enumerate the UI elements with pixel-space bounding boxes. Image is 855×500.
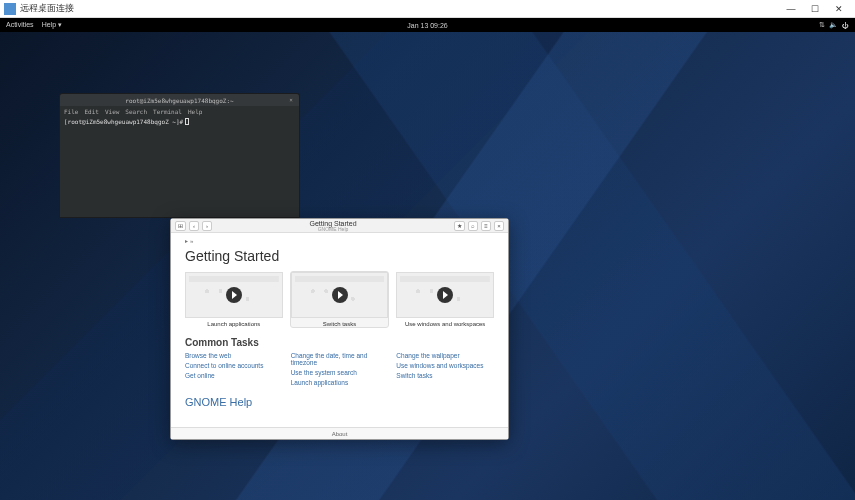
terminal-menu-search[interactable]: Search [125, 108, 147, 115]
task-link[interactable]: Change the wallpaper [396, 352, 494, 359]
video-caption: Launch applications [185, 321, 283, 327]
task-link[interactable]: Connect to online accounts [185, 362, 283, 369]
terminal-window[interactable]: root@iZm5e8whgeuawp1748bqgoZ:~ × File Ed… [59, 93, 300, 218]
about-link[interactable]: About [332, 431, 348, 437]
task-link[interactable]: Switch tasks [396, 372, 494, 379]
terminal-menu-help[interactable]: Help [188, 108, 202, 115]
video-use-windows[interactable]: Use windows and workspaces [396, 272, 494, 327]
power-icon: ⏻ [842, 22, 849, 29]
minimize-button[interactable]: — [779, 4, 803, 14]
gnome-help-link[interactable]: GNOME Help [185, 396, 494, 408]
help-title-area: Getting Started GNOME Help [215, 220, 451, 232]
task-link[interactable]: Launch applications [291, 379, 389, 386]
play-icon [332, 287, 348, 303]
terminal-close-button[interactable]: × [287, 96, 295, 104]
star-icon: ★ [457, 222, 462, 229]
terminal-menu-edit[interactable]: Edit [84, 108, 98, 115]
video-caption: Use windows and workspaces [396, 321, 494, 327]
help-window[interactable]: ⊞ ‹ › Getting Started GNOME Help ★ ⌕ ≡ ×… [170, 218, 509, 440]
video-launch-applications[interactable]: Launch applications [185, 272, 283, 327]
common-tasks-heading: Common Tasks [185, 337, 494, 348]
video-switch-tasks[interactable]: Switch tasks [291, 272, 389, 327]
help-close-button[interactable]: × [494, 221, 504, 231]
terminal-body[interactable]: [root@iZm5e8whgeuawp1748bqgoZ ~]# [60, 116, 299, 127]
bookmark-button[interactable]: ★ [454, 221, 465, 231]
task-link[interactable]: Use windows and workspaces [396, 362, 494, 369]
chevron-left-icon: ‹ [193, 223, 195, 229]
maximize-button[interactable]: ☐ [803, 4, 827, 14]
help-content: ▸ » Getting Started Launch applications … [171, 233, 508, 427]
terminal-titlebar[interactable]: root@iZm5e8whgeuawp1748bqgoZ:~ × [60, 94, 299, 106]
breadcrumb: ▸ » [185, 237, 494, 244]
task-link[interactable]: Use the system search [291, 369, 389, 376]
crumb-arrow-icon: ▸ [185, 237, 188, 244]
video-thumb [291, 272, 389, 318]
gnome-topbar: Activities Help ▾ Jan 13 09:26 ⇅ 🔈 ⏻ [0, 18, 855, 32]
terminal-menu-file[interactable]: File [64, 108, 78, 115]
play-icon [437, 287, 453, 303]
task-link[interactable]: Browse the web [185, 352, 283, 359]
task-link[interactable]: Change the date, time and timezone [291, 352, 389, 366]
topbar-help-menu[interactable]: Help ▾ [42, 21, 62, 29]
help-subtitle: GNOME Help [215, 227, 451, 232]
gnome-desktop: Activities Help ▾ Jan 13 09:26 ⇅ 🔈 ⏻ roo… [0, 18, 855, 500]
crumb-sep: » [190, 238, 193, 244]
page-title: Getting Started [185, 248, 494, 264]
network-icon: ⇅ [819, 21, 825, 29]
terminal-prompt: [root@iZm5e8whgeuawp1748bqgoZ ~]# [64, 118, 183, 125]
menu-button[interactable]: ≡ [481, 221, 491, 231]
host-window-title: 远程桌面连接 [20, 2, 779, 15]
rdp-icon [4, 3, 16, 15]
help-footer: About [171, 427, 508, 439]
back-button[interactable]: ‹ [189, 221, 199, 231]
video-thumb [185, 272, 283, 318]
volume-icon: 🔈 [829, 21, 838, 29]
terminal-title: root@iZm5e8whgeuawp1748bqgoZ:~ [125, 97, 233, 104]
video-row: Launch applications Switch tasks Use win… [185, 272, 494, 327]
help-headerbar: ⊞ ‹ › Getting Started GNOME Help ★ ⌕ ≡ × [171, 219, 508, 233]
forward-button[interactable]: › [202, 221, 212, 231]
menu-icon: ≡ [484, 223, 488, 229]
topbar-status-area[interactable]: ⇅ 🔈 ⏻ [819, 21, 849, 29]
task-link[interactable]: Get online [185, 372, 283, 379]
close-button[interactable]: ✕ [827, 4, 851, 14]
topbar-clock[interactable]: Jan 13 09:26 [407, 22, 447, 29]
host-window-titlebar: 远程桌面连接 — ☐ ✕ [0, 0, 855, 18]
chevron-right-icon: › [206, 223, 208, 229]
grid-icon: ⊞ [178, 222, 183, 229]
terminal-cursor [185, 118, 189, 125]
grid-button[interactable]: ⊞ [175, 221, 186, 231]
terminal-menu-view[interactable]: View [105, 108, 119, 115]
terminal-menubar: File Edit View Search Terminal Help [60, 106, 299, 116]
common-tasks-grid: Browse the web Connect to online account… [185, 352, 494, 386]
activities-button[interactable]: Activities [6, 21, 34, 29]
video-thumb [396, 272, 494, 318]
video-caption: Switch tasks [291, 321, 389, 327]
close-icon: × [497, 223, 501, 229]
play-icon [226, 287, 242, 303]
terminal-menu-terminal[interactable]: Terminal [153, 108, 182, 115]
search-icon: ⌕ [471, 223, 475, 229]
search-button[interactable]: ⌕ [468, 221, 478, 231]
